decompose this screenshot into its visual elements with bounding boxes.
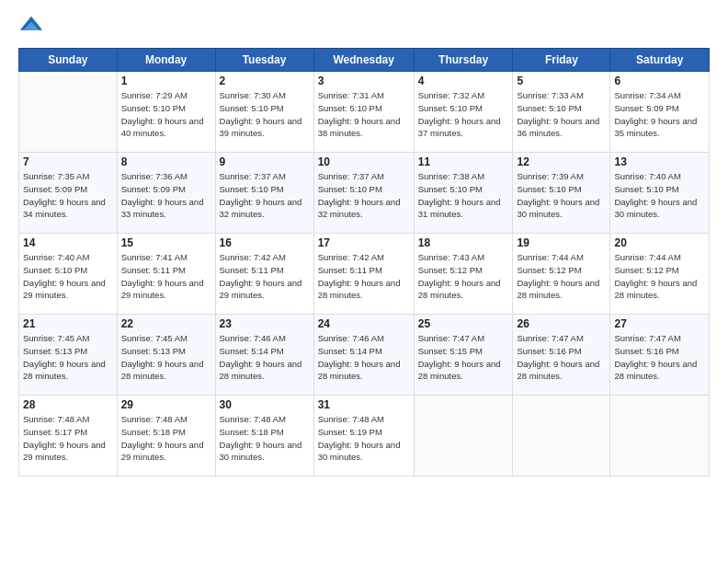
calendar-day-cell: 5 Sunrise: 7:33 AMSunset: 5:10 PMDayligh… bbox=[513, 72, 610, 153]
day-info: Sunrise: 7:47 AMSunset: 5:15 PMDaylight:… bbox=[418, 332, 509, 383]
calendar-day-cell: 13 Sunrise: 7:40 AMSunset: 5:10 PMDaylig… bbox=[610, 153, 710, 234]
day-info: Sunrise: 7:46 AMSunset: 5:14 PMDaylight:… bbox=[220, 332, 310, 383]
day-info: Sunrise: 7:44 AMSunset: 5:12 PMDaylight:… bbox=[614, 251, 705, 302]
calendar-week-row: 14 Sunrise: 7:40 AMSunset: 5:10 PMDaylig… bbox=[19, 234, 710, 315]
day-number: 15 bbox=[121, 236, 211, 249]
day-info: Sunrise: 7:42 AMSunset: 5:11 PMDaylight:… bbox=[220, 251, 310, 302]
calendar-table: SundayMondayTuesdayWednesdayThursdayFrid… bbox=[18, 48, 710, 477]
calendar-header-row: SundayMondayTuesdayWednesdayThursdayFrid… bbox=[19, 49, 710, 72]
day-number: 24 bbox=[318, 317, 410, 330]
page: SundayMondayTuesdayWednesdayThursdayFrid… bbox=[0, 0, 728, 563]
day-number: 16 bbox=[220, 236, 310, 249]
calendar-day-cell: 2 Sunrise: 7:30 AMSunset: 5:10 PMDayligh… bbox=[215, 72, 313, 153]
day-number: 11 bbox=[418, 155, 509, 168]
day-number: 4 bbox=[418, 75, 509, 87]
calendar-day-cell: 3 Sunrise: 7:31 AMSunset: 5:10 PMDayligh… bbox=[313, 72, 414, 153]
day-number: 7 bbox=[23, 155, 113, 168]
day-info: Sunrise: 7:43 AMSunset: 5:12 PMDaylight:… bbox=[418, 251, 509, 302]
day-info: Sunrise: 7:34 AMSunset: 5:09 PMDaylight:… bbox=[614, 89, 705, 140]
calendar-day-cell bbox=[414, 396, 513, 477]
calendar-day-cell: 14 Sunrise: 7:40 AMSunset: 5:10 PMDaylig… bbox=[19, 234, 118, 315]
calendar-day-cell: 11 Sunrise: 7:38 AMSunset: 5:10 PMDaylig… bbox=[414, 153, 513, 234]
calendar-day-cell bbox=[610, 396, 710, 477]
day-number: 18 bbox=[418, 236, 509, 249]
day-info: Sunrise: 7:40 AMSunset: 5:10 PMDaylight:… bbox=[614, 170, 705, 221]
calendar-day-cell: 31 Sunrise: 7:48 AMSunset: 5:19 PMDaylig… bbox=[313, 396, 414, 477]
day-number: 29 bbox=[121, 398, 211, 411]
day-info: Sunrise: 7:41 AMSunset: 5:11 PMDaylight:… bbox=[121, 251, 211, 302]
day-number: 25 bbox=[418, 317, 509, 330]
day-info: Sunrise: 7:47 AMSunset: 5:16 PMDaylight:… bbox=[517, 332, 606, 383]
day-info: Sunrise: 7:35 AMSunset: 5:09 PMDaylight:… bbox=[23, 170, 113, 221]
calendar-day-cell: 4 Sunrise: 7:32 AMSunset: 5:10 PMDayligh… bbox=[414, 72, 513, 153]
day-info: Sunrise: 7:48 AMSunset: 5:17 PMDaylight:… bbox=[23, 413, 113, 464]
calendar-day-cell: 24 Sunrise: 7:46 AMSunset: 5:14 PMDaylig… bbox=[313, 315, 414, 396]
day-info: Sunrise: 7:40 AMSunset: 5:10 PMDaylight:… bbox=[23, 251, 113, 302]
day-number: 26 bbox=[517, 317, 606, 330]
day-info: Sunrise: 7:29 AMSunset: 5:10 PMDaylight:… bbox=[121, 89, 211, 140]
logo-icon bbox=[18, 15, 44, 40]
day-info: Sunrise: 7:47 AMSunset: 5:16 PMDaylight:… bbox=[614, 332, 705, 383]
calendar-day-cell: 23 Sunrise: 7:46 AMSunset: 5:14 PMDaylig… bbox=[215, 315, 313, 396]
day-info: Sunrise: 7:48 AMSunset: 5:18 PMDaylight:… bbox=[220, 413, 310, 464]
day-number: 17 bbox=[318, 236, 410, 249]
calendar-day-cell: 27 Sunrise: 7:47 AMSunset: 5:16 PMDaylig… bbox=[610, 315, 710, 396]
calendar-day-cell: 22 Sunrise: 7:45 AMSunset: 5:13 PMDaylig… bbox=[117, 315, 215, 396]
day-info: Sunrise: 7:42 AMSunset: 5:11 PMDaylight:… bbox=[318, 251, 410, 302]
calendar-day-cell: 26 Sunrise: 7:47 AMSunset: 5:16 PMDaylig… bbox=[513, 315, 610, 396]
calendar-day-cell bbox=[19, 72, 118, 153]
day-info: Sunrise: 7:33 AMSunset: 5:10 PMDaylight:… bbox=[517, 89, 606, 140]
calendar-day-cell bbox=[513, 396, 610, 477]
day-number: 13 bbox=[614, 155, 705, 168]
calendar-day-cell: 20 Sunrise: 7:44 AMSunset: 5:12 PMDaylig… bbox=[610, 234, 710, 315]
day-of-week-header: Sunday bbox=[19, 49, 118, 72]
day-number: 19 bbox=[517, 236, 606, 249]
logo bbox=[18, 15, 48, 40]
day-info: Sunrise: 7:36 AMSunset: 5:09 PMDaylight:… bbox=[121, 170, 211, 221]
calendar-day-cell: 8 Sunrise: 7:36 AMSunset: 5:09 PMDayligh… bbox=[117, 153, 215, 234]
calendar-day-cell: 28 Sunrise: 7:48 AMSunset: 5:17 PMDaylig… bbox=[19, 396, 118, 477]
day-info: Sunrise: 7:44 AMSunset: 5:12 PMDaylight:… bbox=[517, 251, 606, 302]
day-info: Sunrise: 7:48 AMSunset: 5:19 PMDaylight:… bbox=[318, 413, 410, 464]
calendar-day-cell: 12 Sunrise: 7:39 AMSunset: 5:10 PMDaylig… bbox=[513, 153, 610, 234]
day-info: Sunrise: 7:45 AMSunset: 5:13 PMDaylight:… bbox=[121, 332, 211, 383]
calendar-week-row: 28 Sunrise: 7:48 AMSunset: 5:17 PMDaylig… bbox=[19, 396, 710, 477]
day-of-week-header: Friday bbox=[513, 49, 610, 72]
calendar-day-cell: 6 Sunrise: 7:34 AMSunset: 5:09 PMDayligh… bbox=[610, 72, 710, 153]
calendar-day-cell: 16 Sunrise: 7:42 AMSunset: 5:11 PMDaylig… bbox=[215, 234, 313, 315]
day-number: 28 bbox=[23, 398, 113, 411]
day-info: Sunrise: 7:45 AMSunset: 5:13 PMDaylight:… bbox=[23, 332, 113, 383]
day-of-week-header: Monday bbox=[117, 49, 215, 72]
day-number: 2 bbox=[220, 75, 310, 87]
day-of-week-header: Tuesday bbox=[215, 49, 313, 72]
calendar-day-cell: 1 Sunrise: 7:29 AMSunset: 5:10 PMDayligh… bbox=[117, 72, 215, 153]
day-number: 10 bbox=[318, 155, 410, 168]
day-number: 8 bbox=[121, 155, 211, 168]
calendar-day-cell: 17 Sunrise: 7:42 AMSunset: 5:11 PMDaylig… bbox=[313, 234, 414, 315]
day-info: Sunrise: 7:38 AMSunset: 5:10 PMDaylight:… bbox=[418, 170, 509, 221]
day-number: 1 bbox=[121, 75, 211, 87]
day-info: Sunrise: 7:46 AMSunset: 5:14 PMDaylight:… bbox=[318, 332, 410, 383]
calendar-week-row: 1 Sunrise: 7:29 AMSunset: 5:10 PMDayligh… bbox=[19, 72, 710, 153]
calendar-day-cell: 25 Sunrise: 7:47 AMSunset: 5:15 PMDaylig… bbox=[414, 315, 513, 396]
calendar-week-row: 21 Sunrise: 7:45 AMSunset: 5:13 PMDaylig… bbox=[19, 315, 710, 396]
day-info: Sunrise: 7:48 AMSunset: 5:18 PMDaylight:… bbox=[121, 413, 211, 464]
day-number: 14 bbox=[23, 236, 113, 249]
day-of-week-header: Wednesday bbox=[313, 49, 414, 72]
day-number: 21 bbox=[23, 317, 113, 330]
header bbox=[18, 15, 710, 40]
day-number: 23 bbox=[220, 317, 310, 330]
day-number: 12 bbox=[517, 155, 606, 168]
day-info: Sunrise: 7:30 AMSunset: 5:10 PMDaylight:… bbox=[220, 89, 310, 140]
calendar-day-cell: 30 Sunrise: 7:48 AMSunset: 5:18 PMDaylig… bbox=[215, 396, 313, 477]
calendar-day-cell: 21 Sunrise: 7:45 AMSunset: 5:13 PMDaylig… bbox=[19, 315, 118, 396]
day-number: 27 bbox=[614, 317, 705, 330]
day-number: 3 bbox=[318, 75, 410, 87]
day-info: Sunrise: 7:37 AMSunset: 5:10 PMDaylight:… bbox=[318, 170, 410, 221]
calendar-day-cell: 29 Sunrise: 7:48 AMSunset: 5:18 PMDaylig… bbox=[117, 396, 215, 477]
day-of-week-header: Thursday bbox=[414, 49, 513, 72]
calendar-day-cell: 15 Sunrise: 7:41 AMSunset: 5:11 PMDaylig… bbox=[117, 234, 215, 315]
day-number: 22 bbox=[121, 317, 211, 330]
day-number: 31 bbox=[318, 398, 410, 411]
day-info: Sunrise: 7:32 AMSunset: 5:10 PMDaylight:… bbox=[418, 89, 509, 140]
